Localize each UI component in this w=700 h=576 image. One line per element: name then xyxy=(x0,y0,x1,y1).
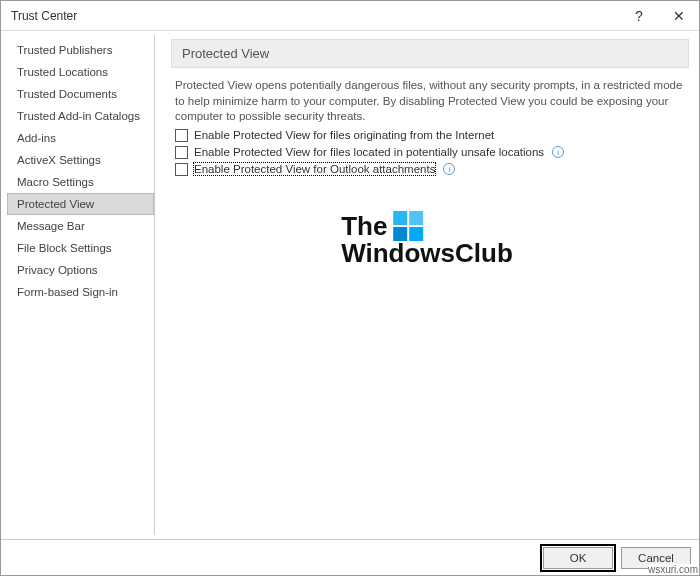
checkbox-group: Enable Protected View for files originat… xyxy=(171,127,689,178)
check-label: Enable Protected View for files originat… xyxy=(194,129,494,141)
info-icon[interactable]: i xyxy=(443,163,455,175)
windows-logo-icon xyxy=(393,211,423,241)
checkbox-icon[interactable] xyxy=(175,129,188,142)
sidebar-item-form-based-signin[interactable]: Form-based Sign-in xyxy=(7,281,154,303)
dialog-body: Trusted Publishers Trusted Locations Tru… xyxy=(1,31,699,539)
sidebar-item-trusted-addin-catalogs[interactable]: Trusted Add-in Catalogs xyxy=(7,105,154,127)
watermark-line1: The xyxy=(341,214,387,239)
titlebar: Trust Center ? ✕ xyxy=(1,1,699,31)
main-panel: Protected View Protected View opens pote… xyxy=(155,31,699,539)
footer: OK Cancel xyxy=(1,539,699,575)
check-outlook-attachments[interactable]: Enable Protected View for Outlook attach… xyxy=(175,161,689,178)
window-title: Trust Center xyxy=(11,9,619,23)
check-internet-files[interactable]: Enable Protected View for files originat… xyxy=(175,127,689,144)
checkbox-icon[interactable] xyxy=(175,146,188,159)
sidebar: Trusted Publishers Trusted Locations Tru… xyxy=(7,35,155,535)
sidebar-item-protected-view[interactable]: Protected View xyxy=(7,193,154,215)
sidebar-item-trusted-publishers[interactable]: Trusted Publishers xyxy=(7,39,154,61)
sidebar-item-file-block-settings[interactable]: File Block Settings xyxy=(7,237,154,259)
sidebar-item-activex-settings[interactable]: ActiveX Settings xyxy=(7,149,154,171)
watermark: The WindowsClub xyxy=(341,211,513,266)
info-icon[interactable]: i xyxy=(552,146,564,158)
watermark-line2: WindowsClub xyxy=(341,241,513,266)
checkbox-icon[interactable] xyxy=(175,163,188,176)
sidebar-item-macro-settings[interactable]: Macro Settings xyxy=(7,171,154,193)
close-button[interactable]: ✕ xyxy=(659,1,699,31)
ok-button[interactable]: OK xyxy=(543,547,613,569)
check-label: Enable Protected View for files located … xyxy=(194,146,544,158)
check-label: Enable Protected View for Outlook attach… xyxy=(194,163,435,175)
sidebar-item-message-bar[interactable]: Message Bar xyxy=(7,215,154,237)
sidebar-item-addins[interactable]: Add-ins xyxy=(7,127,154,149)
source-watermark: wsxuri.com xyxy=(648,564,698,575)
sidebar-item-privacy-options[interactable]: Privacy Options xyxy=(7,259,154,281)
trust-center-dialog: Trust Center ? ✕ Trusted Publishers Trus… xyxy=(0,0,700,576)
panel-header: Protected View xyxy=(171,39,689,68)
help-button[interactable]: ? xyxy=(619,1,659,31)
check-unsafe-locations[interactable]: Enable Protected View for files located … xyxy=(175,144,689,161)
sidebar-item-trusted-documents[interactable]: Trusted Documents xyxy=(7,83,154,105)
sidebar-item-trusted-locations[interactable]: Trusted Locations xyxy=(7,61,154,83)
panel-description: Protected View opens potentially dangero… xyxy=(171,68,689,127)
